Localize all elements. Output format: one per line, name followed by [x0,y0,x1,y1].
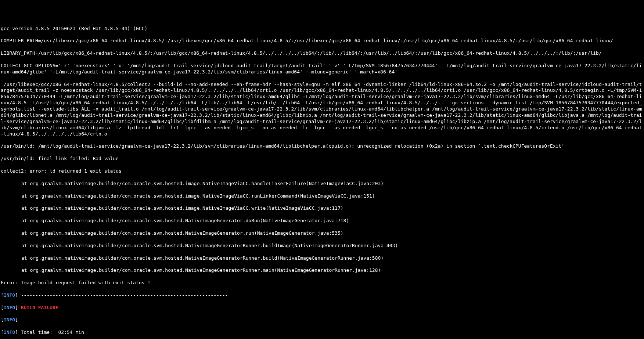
collect2-error: collect2: error: ld returned 1 exit stat… [1,168,643,174]
library-path-line: LIBRARY_PATH=/usr/lib/gcc/x86_64-redhat-… [1,50,643,57]
stack-trace-line: at org.graalvm.nativeimage.builder/com.o… [1,218,643,224]
compiler-path-line: COMPILER_PATH=/usr/libexec/gcc/x86_64-re… [1,38,643,44]
ld-error-relocation: /usr/bin/ld: /mnt/log/audit-trail-servic… [1,143,643,149]
ld-error-link-failed: /usr/bin/ld: final link failed: Bad valu… [1,156,643,162]
info-separator: [INFO] ---------------------------------… [1,292,643,299]
stack-trace-line: at org.graalvm.nativeimage.builder/com.o… [1,230,643,237]
gcc-version-line: gcc version 4.8.5 20150623 (Red Hat 4.8.… [1,26,643,32]
stack-trace-line: at org.graalvm.nativeimage.builder/com.o… [1,181,643,187]
info-separator: [INFO] ---------------------------------… [1,317,643,323]
stack-trace-line: at org.graalvm.nativeimage.builder/com.o… [1,255,643,262]
collect2-command-line: /usr/libexec/gcc/x86_64-redhat-linux/4.8… [1,82,643,137]
error-image-build: Error: Image build request failed with e… [1,280,643,286]
stack-trace-line: at org.graalvm.nativeimage.builder/com.o… [1,193,643,199]
collect-gcc-options-line: COLLECT_GCC_OPTIONS='-z' 'noexecstack' '… [1,63,643,75]
stack-trace-line: at org.graalvm.nativeimage.builder/com.o… [1,267,643,274]
info-build-failure: [INFO] BUILD FAILURE [1,305,643,311]
stack-trace-line: at org.graalvm.nativeimage.builder/com.o… [1,205,643,212]
stack-trace-line: at org.graalvm.nativeimage.builder/com.o… [1,243,643,249]
info-total-time: [INFO] Total time: 02:54 min [1,329,643,336]
